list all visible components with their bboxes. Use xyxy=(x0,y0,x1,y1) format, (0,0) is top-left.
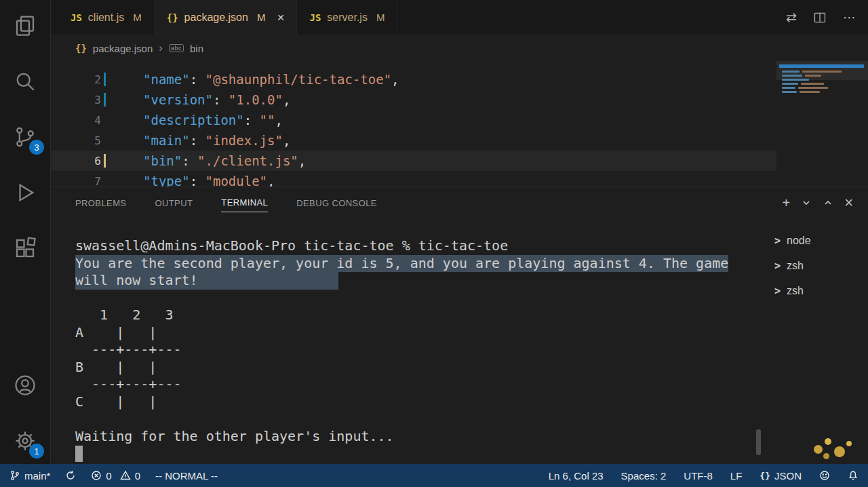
panel-header: PROBLEMS OUTPUT TERMINAL DEBUG CONSOLE +… xyxy=(52,187,868,218)
editor-actions: ⇄ ⋯ xyxy=(786,0,868,35)
close-panel-icon[interactable]: × xyxy=(844,194,853,212)
terminal-process-zsh-2[interactable]: > zsh xyxy=(766,278,868,303)
open-changes-icon[interactable]: ⇄ xyxy=(786,9,797,25)
terminal-dropdown-icon[interactable] xyxy=(801,197,812,208)
search-icon[interactable] xyxy=(9,65,41,98)
sync-item[interactable] xyxy=(65,470,76,481)
code-line: 7 "type": "module", xyxy=(52,171,868,187)
scm-badge: 3 xyxy=(29,140,44,155)
problems-item[interactable]: 0 0 xyxy=(91,470,140,482)
terminal-line: B | | xyxy=(75,359,765,376)
eol-item[interactable]: LF xyxy=(730,470,743,482)
tab-bar: JS client.js M {} package.json M × JS se… xyxy=(52,0,868,35)
tab-server-js[interactable]: JS server.js M xyxy=(297,0,397,35)
json-file-icon: {} xyxy=(167,12,178,23)
indentation-item[interactable]: Spaces: 2 xyxy=(621,470,667,482)
minimap[interactable] xyxy=(776,61,868,187)
maximize-panel-icon[interactable] xyxy=(823,197,833,208)
json-file-icon: {} xyxy=(75,43,87,54)
bell-icon xyxy=(848,470,859,481)
js-file-icon: JS xyxy=(309,12,321,23)
terminal[interactable]: swassell@Admins-MacBook-Pro tic-tac-toe … xyxy=(52,218,765,465)
code-line-current: 6 "bin": "./client.js", xyxy=(52,151,868,171)
terminal-chevron-icon: > xyxy=(774,285,781,297)
terminal-chevron-icon: > xyxy=(774,260,781,272)
terminal-line-selected: will now start! xyxy=(75,272,338,290)
encoding-item[interactable]: UTF-8 xyxy=(684,470,713,482)
modified-indicator: M xyxy=(133,12,142,23)
line-number: 7 xyxy=(52,175,101,187)
feedback-item[interactable] xyxy=(819,470,830,481)
accounts-icon[interactable] xyxy=(9,369,41,402)
new-terminal-icon[interactable]: + xyxy=(782,195,790,211)
warnings-icon xyxy=(120,470,131,481)
braces-icon: {} xyxy=(760,471,770,481)
breadcrumb-symbol[interactable]: bin xyxy=(190,43,203,54)
warning-count: 0 xyxy=(135,470,140,482)
activity-bar: 3 1 xyxy=(0,0,51,464)
terminal-line: ---+---+--- xyxy=(75,341,765,359)
tab-label: package.json xyxy=(184,12,248,24)
code-editor[interactable]: 2 "name": "@shaunphil/tic-tac-toe", 3 "v… xyxy=(52,61,868,187)
string-symbol-icon: abc xyxy=(169,44,184,52)
js-file-icon: JS xyxy=(71,12,82,23)
split-editor-icon[interactable] xyxy=(813,11,827,24)
terminal-line xyxy=(75,410,765,428)
vscode-window: 3 1 JS client.js M xyxy=(0,0,868,487)
terminal-process-node[interactable]: > node xyxy=(766,228,868,253)
git-branch-item[interactable]: main* xyxy=(9,470,50,482)
tab-label: server.js xyxy=(327,12,368,24)
tab-problems[interactable]: PROBLEMS xyxy=(75,194,126,212)
code-line: 3 "version": "1.0.0", xyxy=(52,90,868,110)
errors-icon xyxy=(91,470,102,481)
branch-name: main* xyxy=(24,470,50,482)
modified-indicator: M xyxy=(376,12,385,23)
tab-label: client.js xyxy=(88,12,124,24)
tab-terminal[interactable]: TERMINAL xyxy=(221,193,268,212)
terminal-process-zsh[interactable]: > zsh xyxy=(766,253,868,278)
tab-debug-console[interactable]: DEBUG CONSOLE xyxy=(296,194,377,212)
process-label: node xyxy=(787,235,811,247)
extensions-icon[interactable] xyxy=(9,232,41,265)
terminal-line: ---+---+--- xyxy=(75,376,765,393)
line-number: 4 xyxy=(52,114,101,127)
source-control-icon[interactable]: 3 xyxy=(9,121,41,153)
line-number: 3 xyxy=(52,94,101,106)
tab-package-json[interactable]: {} package.json M × xyxy=(155,0,298,35)
branch-icon xyxy=(9,470,20,481)
language-label: JSON xyxy=(774,470,802,482)
code-line: 4 "description": "", xyxy=(52,110,868,130)
terminal-line xyxy=(75,290,765,307)
minimap-highlight xyxy=(779,64,864,68)
panel-actions: + × xyxy=(782,194,868,212)
run-debug-icon[interactable] xyxy=(9,176,41,209)
process-label: zsh xyxy=(787,260,804,272)
settings-badge: 1 xyxy=(29,444,44,459)
vim-mode-indicator[interactable]: -- NORMAL -- xyxy=(155,470,218,482)
more-actions-icon[interactable]: ⋯ xyxy=(843,9,856,25)
terminal-scrollbar[interactable] xyxy=(756,429,761,455)
error-count: 0 xyxy=(106,470,111,482)
feedback-smiley-icon xyxy=(819,470,830,481)
code-line: 2 "name": "@shaunphil/tic-tac-toe", xyxy=(52,69,868,90)
panel-body: swassell@Admins-MacBook-Pro tic-tac-toe … xyxy=(52,218,868,465)
language-mode-item[interactable]: {} JSON xyxy=(760,470,802,482)
status-bar: main* 0 0 -- NORMAL -- Ln 6, Col 23 Spac… xyxy=(0,464,868,487)
sync-icon xyxy=(65,470,76,481)
terminal-line: A | | xyxy=(75,324,765,342)
tab-output[interactable]: OUTPUT xyxy=(155,194,193,212)
cursor-position-item[interactable]: Ln 6, Col 23 xyxy=(549,470,604,482)
status-bar-right: Ln 6, Col 23 Spaces: 2 UTF-8 LF {} JSON xyxy=(531,470,859,482)
terminal-line: C | | xyxy=(75,393,765,411)
settings-gear-icon[interactable]: 1 xyxy=(9,425,41,457)
tab-client-js[interactable]: JS client.js M xyxy=(58,0,155,35)
breadcrumb-file[interactable]: package.json xyxy=(93,43,153,54)
code-lines: 2 "name": "@shaunphil/tic-tac-toe", 3 "v… xyxy=(52,61,868,187)
terminal-line: swassell@Admins-MacBook-Pro tic-tac-toe … xyxy=(75,237,765,255)
close-tab-icon[interactable]: × xyxy=(277,11,284,24)
terminal-line: 1 2 3 xyxy=(75,307,765,324)
current-line-gutter-marker xyxy=(104,154,106,168)
explorer-icon[interactable] xyxy=(9,9,41,42)
code-line: 5 "main": "index.js", xyxy=(52,130,868,151)
notifications-item[interactable] xyxy=(848,470,859,481)
